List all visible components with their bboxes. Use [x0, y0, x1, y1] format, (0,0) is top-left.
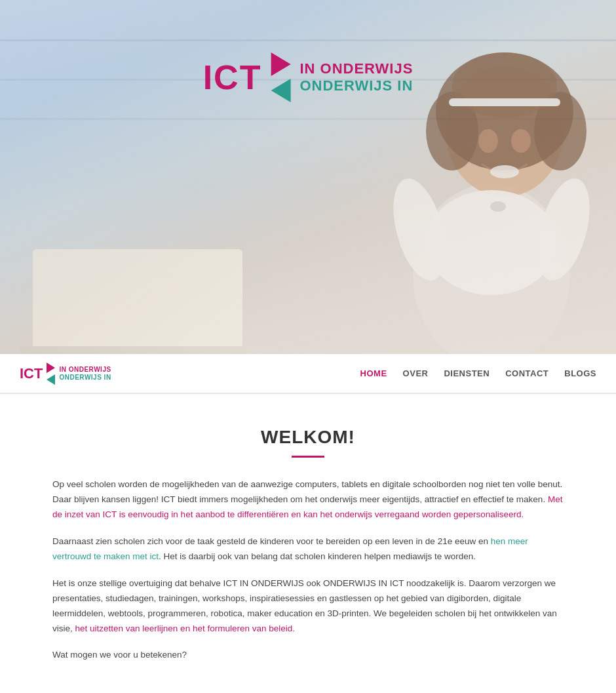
paragraph-3: Het is onze stellige overtuiging dat beh… — [52, 576, 564, 637]
nav-diensten[interactable]: DIENSTEN — [444, 368, 490, 378]
nav-contact[interactable]: CONTACT — [505, 368, 549, 378]
paragraph-2: Daarnaast zien scholen zich voor de taak… — [52, 534, 564, 564]
navbar-arrow-left-icon — [47, 374, 55, 385]
laptop-prop — [33, 249, 242, 354]
laptop-base — [20, 346, 256, 354]
svg-point-11 — [511, 129, 531, 153]
paragraph-1: Op veel scholen worden de mogelijkheden … — [52, 477, 564, 523]
nav-over[interactable]: OVER — [403, 368, 429, 378]
arrow-left-icon — [271, 79, 290, 102]
highlight-green-1: hen meer vertrouwd te maken met ict — [52, 536, 528, 561]
navbar-logo[interactable]: ICT IN ONDERWIJS ONDERWIJS IN — [20, 363, 111, 385]
nav-home[interactable]: HOME — [360, 368, 387, 378]
navbar-arrows — [47, 363, 55, 385]
svg-point-12 — [490, 165, 519, 178]
navbar-ict-text: ICT — [20, 365, 43, 382]
nav-blogs[interactable]: BLOGS — [564, 368, 596, 378]
hero-ict-label: ICT — [203, 58, 262, 97]
welcome-underline — [292, 456, 324, 458]
navbar-tag2: ONDERWIJS IN — [59, 374, 111, 382]
main-nav: HOME OVER DIENSTEN CONTACT BLOGS — [360, 368, 596, 378]
highlight-pink-1: Met de inzet van ICT is eenvoudig in het… — [52, 494, 562, 519]
main-content: WELKOM! Op veel scholen worden de mogeli… — [0, 394, 616, 693]
arrow-right-icon — [271, 52, 290, 76]
navbar: ICT IN ONDERWIJS ONDERWIJS IN HOME OVER … — [0, 354, 616, 393]
paragraph-4: Wat mogen we voor u betekenen? — [52, 648, 564, 663]
svg-point-10 — [478, 129, 498, 153]
svg-rect-6 — [449, 98, 560, 106]
svg-point-5 — [452, 52, 557, 118]
svg-point-13 — [490, 201, 506, 212]
highlight-pink-2: het uitzetten van leerlijnen en het form… — [75, 624, 295, 633]
girl-illustration — [288, 0, 616, 354]
hero-arrows — [271, 52, 290, 102]
welcome-title: WELKOM! — [52, 427, 564, 448]
navbar-tag1: IN ONDERWIJS — [59, 366, 111, 374]
hero-section: ICT IN ONDERWIJS ONDERWIJS IN — [0, 0, 616, 354]
navbar-arrow-right-icon — [47, 363, 55, 373]
navbar-taglines: IN ONDERWIJS ONDERWIJS IN — [59, 366, 111, 382]
